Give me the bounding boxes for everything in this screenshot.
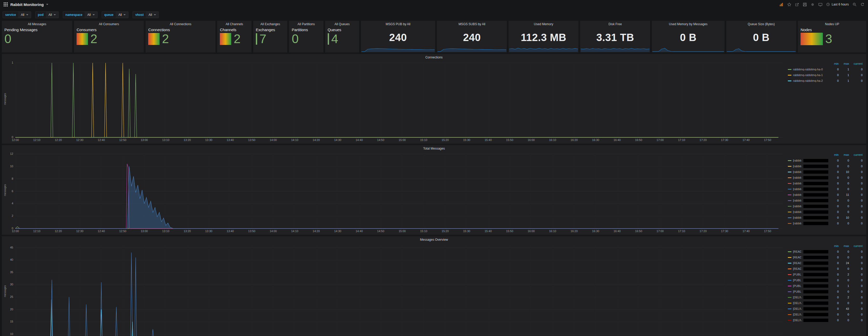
legend-series-name[interactable]: [rabbitmq-rabbitmq-ha-1 (788, 182, 828, 185)
tv-mode-icon[interactable] (818, 3, 822, 6)
variable-value-dropdown[interactable]: All (116, 12, 128, 18)
legend-series-label: [rabbitmq-rabbitmq-ha-1 (793, 199, 801, 202)
legend-series-name[interactable]: [rabbitmq-rabbitmq-ha-2 (788, 216, 828, 219)
zoom-out-icon[interactable] (853, 3, 857, 6)
legend-value: 2 (839, 273, 849, 276)
add-panel-icon[interactable] (779, 3, 783, 6)
legend-series-name[interactable]: [DELIVERED] (788, 296, 828, 299)
legend-series-name[interactable]: [DELIVERED] (788, 302, 828, 305)
legend-series-name[interactable]: [rabbitmq-rabbitmq-ha-1 (788, 199, 828, 202)
legend-series-name[interactable]: [READY] (788, 262, 828, 265)
legend-column-header-min[interactable]: min (828, 244, 839, 247)
time-range-picker[interactable]: Last 6 hours (826, 3, 849, 6)
legend-series-name[interactable]: rabbitmq-rabbitmq-ha-1 (788, 73, 828, 77)
legend-value: 0 (828, 267, 839, 270)
legend-column-header-max[interactable]: max (839, 153, 849, 156)
plot-area[interactable]: 12:0012:1012:2012:3012:4012:5013:0013:10… (3, 61, 787, 143)
legend-value: 0 (849, 68, 863, 71)
chart-panel-title[interactable]: Total Messages (2, 145, 866, 151)
chart-canvas[interactable] (3, 243, 787, 336)
legend-series-name[interactable]: [rabbitmq-rabbitmq-ha-0 (788, 176, 828, 179)
legend-column-header-min[interactable]: min (828, 153, 839, 156)
legend-column-header-min[interactable]: min (828, 62, 839, 65)
variable-label[interactable]: pod (36, 12, 46, 18)
stat-panel-title[interactable]: Used Memory by Messages (652, 21, 724, 27)
legend-column-header-current[interactable]: current (849, 244, 863, 247)
legend-series-name[interactable]: [PUBLISHED] (788, 273, 828, 276)
stat-panel-title[interactable]: All Consumers (74, 21, 144, 27)
redaction-box (803, 193, 828, 196)
save-icon[interactable] (803, 3, 807, 6)
variable-value-dropdown[interactable]: All (18, 12, 31, 18)
variable-current-value: All (148, 13, 152, 17)
legend-column-header-max[interactable]: max (839, 62, 849, 65)
legend-series-name[interactable]: [PUBLISHED] (788, 279, 828, 282)
legend-column-header-current[interactable]: current (849, 153, 863, 156)
settings-gear-icon[interactable] (811, 3, 814, 6)
redaction-box (803, 182, 828, 185)
legend-series-name[interactable]: [rabbitmq-rabbitmq-ha-0 (788, 170, 828, 174)
star-icon[interactable] (787, 3, 791, 6)
legend-series-name[interactable]: [rabbitmq-rabbitmq-ha-2 (788, 210, 828, 214)
legend-series-name[interactable]: [READY] (788, 250, 828, 253)
legend-value: 0 (828, 68, 839, 71)
stat-panel-title[interactable]: Used Memory (508, 21, 579, 27)
legend-series-name[interactable]: [READY] (788, 256, 828, 259)
stat-panel-title[interactable]: Nodes UP (798, 21, 866, 27)
plot-area[interactable]: 12:0012:1012:2012:3012:4012:5013:0013:10… (3, 243, 787, 336)
refresh-icon[interactable] (861, 3, 864, 6)
legend-column-header-max[interactable]: max (839, 244, 849, 247)
variable-label[interactable]: namespace (63, 12, 85, 18)
legend-series-name[interactable]: [rabbitmq-rabbitmq-ha-2 (788, 222, 828, 225)
legend-column-header-current[interactable]: current (849, 62, 863, 65)
share-icon[interactable] (795, 3, 799, 6)
chart-canvas[interactable] (3, 152, 787, 234)
chart-panel-title[interactable]: Connections (2, 54, 866, 60)
stat-panel-title[interactable]: Queue Size (Bytes) (726, 21, 796, 27)
chart-canvas[interactable] (3, 61, 787, 143)
legend-value: 0 (828, 159, 839, 162)
legend-series-label: [DELIVERED] (793, 318, 801, 322)
legend-series-name[interactable]: [rabbitmq-rabbitmq-ha-0 (788, 164, 828, 168)
legend-series-name[interactable]: [DELIVERED] (788, 313, 828, 316)
stat-panel-title[interactable]: All Channels (217, 21, 251, 27)
variable-value-dropdown[interactable]: All (85, 12, 97, 18)
legend-series-name[interactable]: [PUBLISHED] (788, 290, 828, 294)
dashboard-title-caret-icon[interactable] (46, 4, 48, 5)
stat-body: Nodes3 (801, 28, 864, 51)
variable-label[interactable]: service (3, 12, 18, 18)
stat-panel-title[interactable]: All Messages (2, 21, 72, 27)
legend-series-name[interactable]: [READY] (788, 267, 828, 271)
series-color-icon (788, 274, 792, 275)
legend-series-name[interactable]: [rabbitmq-rabbitmq-ha-2 (788, 205, 828, 208)
chevron-down-icon (124, 14, 126, 15)
variable-value-dropdown[interactable]: All (46, 12, 58, 18)
legend-series-name[interactable]: [rabbitmq-rabbitmq-ha-0 (788, 159, 828, 162)
variable-label[interactable]: vhost (133, 12, 146, 18)
variable-value-dropdown[interactable]: All (146, 12, 158, 18)
stat-value-row: 4 (328, 33, 356, 45)
legend-series-name[interactable]: rabbitmq-rabbitmq-ha-2 (788, 79, 828, 82)
legend-series-name[interactable]: [PUBLISHED] (788, 284, 828, 288)
legend-series-label: [rabbitmq-rabbitmq-ha-0 (793, 170, 801, 174)
stat-panel-title[interactable]: All Queues (325, 21, 359, 27)
legend-series-name[interactable]: [DELIVERED] (788, 318, 828, 322)
stat-panel-title[interactable]: MSGS SUBS by All (437, 21, 507, 27)
dashboard-title[interactable]: Rabbit Monitoring (10, 2, 43, 7)
legend-series-label: [READY] (793, 250, 801, 253)
stat-panel-title[interactable]: Disk Free (580, 21, 650, 27)
legend-series-label: [DELIVERED] (793, 307, 801, 310)
grafana-logo-icon[interactable] (4, 2, 8, 6)
stat-panel-title[interactable]: All Exchanges (253, 21, 287, 27)
legend-series-name[interactable]: [DELIVERED] (788, 307, 828, 310)
stat-panel-title[interactable]: MSGS PUB by All (361, 21, 435, 27)
stat-panel-title[interactable]: All Connections (146, 21, 215, 27)
legend-series-name[interactable]: [rabbitmq-rabbitmq-ha-1 (788, 187, 828, 191)
stat-panel-title[interactable]: All Partitions (289, 21, 323, 27)
plot-area[interactable]: 12:0012:1012:2012:3012:4012:5013:0013:10… (3, 152, 787, 234)
chart-panel-title[interactable]: Messages Overview (2, 236, 866, 242)
variable-label[interactable]: queue (102, 12, 116, 18)
legend-series-name[interactable]: [rabbitmq-rabbitmq-ha-1 (788, 193, 828, 196)
legend-series-name[interactable]: rabbitmq-rabbitmq-ha-0 (788, 68, 828, 71)
legend-row: [DELIVERED]000 (788, 317, 863, 323)
